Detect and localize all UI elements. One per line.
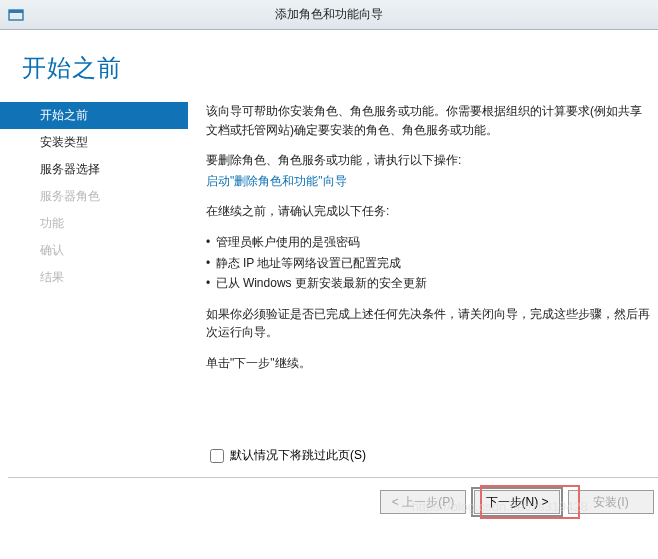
sidebar-item-installation-type[interactable]: 安装类型 — [0, 129, 188, 156]
sidebar-item-label: 功能 — [40, 216, 64, 230]
remove-roles-link[interactable]: 启动"删除角色和功能"向导 — [206, 174, 347, 188]
skip-row: 默认情况下将跳过此页(S) — [210, 447, 366, 464]
sidebar-item-label: 安装类型 — [40, 135, 88, 149]
intro-text: 该向导可帮助你安装角色、角色服务或功能。你需要根据组织的计算要求(例如共享文档或… — [206, 102, 650, 139]
list-item: 已从 Windows 更新安装最新的安全更新 — [206, 274, 650, 293]
main-area: 开始之前 安装类型 服务器选择 服务器角色 功能 确认 结果 该向导可帮助你安装… — [0, 98, 658, 478]
sidebar-item-server-roles: 服务器角色 — [0, 183, 188, 210]
skip-label[interactable]: 默认情况下将跳过此页(S) — [230, 447, 366, 464]
page-title: 开始之前 — [22, 52, 658, 84]
list-item: 管理员帐户使用的是强密码 — [206, 233, 650, 252]
divider — [8, 477, 658, 478]
window-title: 添加角色和功能向导 — [32, 6, 650, 23]
sidebar-item-server-selection[interactable]: 服务器选择 — [0, 156, 188, 183]
previous-button: < 上一步(P) — [380, 490, 466, 514]
sidebar-item-label: 开始之前 — [40, 108, 88, 122]
button-row: < 上一步(P) 下一步(N) > 安装(I) — [380, 490, 658, 514]
list-item: 静态 IP 地址等网络设置已配置完成 — [206, 254, 650, 273]
sidebar-item-confirmation: 确认 — [0, 237, 188, 264]
titlebar: 添加角色和功能向导 — [0, 0, 658, 30]
wizard-sidebar: 开始之前 安装类型 服务器选择 服务器角色 功能 确认 结果 — [0, 98, 188, 478]
remove-text: 要删除角色、角色服务或功能，请执行以下操作: — [206, 151, 650, 170]
sidebar-item-label: 结果 — [40, 270, 64, 284]
verify-text: 如果你必须验证是否已完成上述任何先决条件，请关闭向导，完成这些步骤，然后再次运行… — [206, 305, 650, 342]
continue-text: 单击"下一步"继续。 — [206, 354, 650, 373]
install-button: 安装(I) — [568, 490, 654, 514]
sidebar-item-label: 确认 — [40, 243, 64, 257]
svg-rect-1 — [9, 10, 23, 13]
page-header: 开始之前 — [0, 30, 658, 98]
prerequisite-list: 管理员帐户使用的是强密码 静态 IP 地址等网络设置已配置完成 已从 Windo… — [206, 233, 650, 293]
skip-checkbox[interactable] — [210, 449, 224, 463]
before-text: 在继续之前，请确认完成以下任务: — [206, 202, 650, 221]
wizard-content: 该向导可帮助你安装角色、角色服务或功能。你需要根据组织的计算要求(例如共享文档或… — [188, 98, 658, 478]
app-icon — [8, 7, 24, 23]
sidebar-item-results: 结果 — [0, 264, 188, 291]
sidebar-item-features: 功能 — [0, 210, 188, 237]
sidebar-item-before-you-begin[interactable]: 开始之前 — [0, 102, 188, 129]
sidebar-item-label: 服务器选择 — [40, 162, 100, 176]
next-button[interactable]: 下一步(N) > — [474, 490, 560, 514]
sidebar-item-label: 服务器角色 — [40, 189, 100, 203]
